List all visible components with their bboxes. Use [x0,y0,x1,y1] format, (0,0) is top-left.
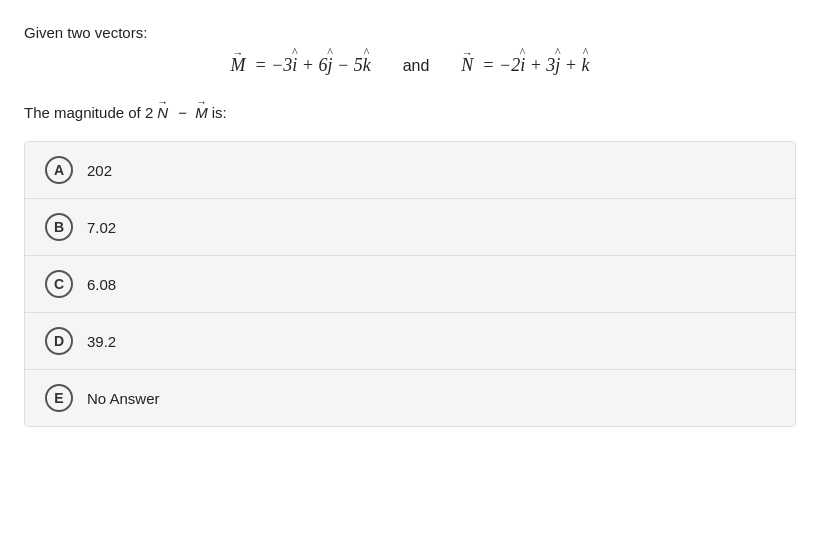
i-hat-2: ^i [520,55,525,76]
k-hat-1: ^k [363,55,371,76]
m-vec-symbol: → M [231,55,246,76]
option-circle-b: B [45,213,73,241]
n-vec-symbol: → N [461,55,473,76]
n-arrow: → [462,47,473,59]
k-hat-2: ^k [582,55,590,76]
option-item-a[interactable]: A202 [25,142,795,199]
magnitude-suffix: is: [212,104,227,121]
magnitude-n-vec: → N [157,104,168,121]
option-circle-e: E [45,384,73,412]
m-arrow: → [233,47,244,59]
n-vector-expression: → N = −2^i + 3^j + ^k [461,55,589,76]
j-hat-2: ^j [555,55,560,76]
option-item-b[interactable]: B7.02 [25,199,795,256]
option-text-b: 7.02 [87,219,116,236]
option-text-d: 39.2 [87,333,116,350]
and-word: and [403,57,430,75]
magnitude-minus: − [174,104,191,121]
given-label: Given two vectors: [24,24,796,41]
magnitude-question: The magnitude of 2 → N − → M is: [24,104,796,121]
option-circle-c: C [45,270,73,298]
option-circle-a: A [45,156,73,184]
option-text-e: No Answer [87,390,160,407]
magnitude-prefix: The magnitude of 2 [24,104,153,121]
option-text-c: 6.08 [87,276,116,293]
option-item-d[interactable]: D39.2 [25,313,795,370]
equation-row: → M = −3^i + 6^j − 5^k and → N = −2^i + … [24,55,796,76]
option-item-e[interactable]: ENo Answer [25,370,795,426]
i-hat-1: ^i [292,55,297,76]
option-item-c[interactable]: C6.08 [25,256,795,313]
j-hat-1: ^j [327,55,332,76]
magnitude-m-vec: → M [195,104,208,121]
option-text-a: 202 [87,162,112,179]
option-circle-d: D [45,327,73,355]
options-list: A202B7.02C6.08D39.2ENo Answer [24,141,796,427]
m-vector-expression: → M = −3^i + 6^j − 5^k [231,55,371,76]
